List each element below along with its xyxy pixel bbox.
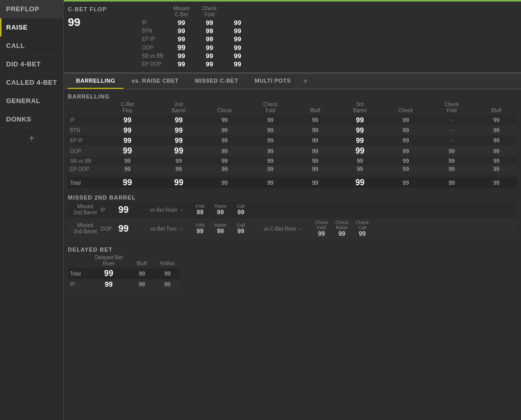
cbet-oop-v1: 99 xyxy=(167,43,195,52)
row-label-epoop: EP OOP xyxy=(68,165,101,173)
row-label-sbvsbb: SB vs BB xyxy=(68,157,101,165)
cbet-row-ip: IP 99 99 99 xyxy=(142,19,517,27)
tabs-bar: BARRELLING vs. RAISE CBET MISSED C-BET M… xyxy=(64,73,521,89)
sidebar-item-donks[interactable]: DONKS xyxy=(0,110,63,129)
barrelling-table: C-BetFlop 2ndBarrel Check CheckFold Bluf… xyxy=(68,101,517,188)
cbet-flop-section: C-BET FLOP 99 MissedC-Bet CheckFold IP 9… xyxy=(64,2,521,73)
col-cbet-flop: C-BetFlop xyxy=(101,101,155,115)
barrelling-table-wrapper: C-BetFlop 2ndBarrel Check CheckFold Bluf… xyxy=(68,101,517,188)
cbet-oop-v2: 99 xyxy=(195,44,224,52)
total-label: Total xyxy=(68,177,101,188)
cbet-btn-v2: 99 xyxy=(195,27,224,35)
tab-barrelling[interactable]: BARRELLING xyxy=(68,73,123,89)
cbet-epip-v1: 99 xyxy=(167,35,195,43)
cbet-sbvsbb-v1: 99 xyxy=(167,52,195,60)
cbet-flop-title: C-BET FLOP xyxy=(68,6,107,12)
col-check: Check xyxy=(203,101,246,115)
sidebar-item-preflop[interactable]: PREFLOP xyxy=(0,0,63,18)
row-label-btn: BTN xyxy=(68,125,101,135)
cbet-col-header-checkfold: CheckFold xyxy=(195,6,224,18)
delayed-col-pct-won: %Won xyxy=(155,254,180,268)
cbet-epoop-v1: 99 xyxy=(167,60,195,68)
barrelling-total-row: Total 99 99 99 99 99 99 99 99 99 xyxy=(68,177,517,188)
cbet-row-oop: OOP 99 99 99 xyxy=(142,43,517,52)
cbet-col-header-missed: MissedC-Bet xyxy=(167,6,195,18)
delayed-ip-row: IP 99 99 99 xyxy=(68,279,180,289)
missed-2nd-barrel-section: MISSED 2ND BARREL Missed2nd Barrel IP 99… xyxy=(64,190,521,242)
table-row: OOP 99 99 99 99 99 99 99 99 99 xyxy=(68,145,517,157)
cbet-epip-v2: 99 xyxy=(195,35,224,43)
missed-2nd-barrel-title: MISSED 2ND BARREL xyxy=(68,194,517,201)
col-2nd-barrel: 2ndBarrel xyxy=(155,101,203,115)
delayed-bet-table: Delayed BetRiver Bluff %Won Total 99 99 … xyxy=(68,254,180,289)
cbet-ip-v1: 99 xyxy=(167,19,195,27)
tab-missedcbet[interactable]: MISSED C-BET xyxy=(187,73,246,89)
col-check2: Check xyxy=(384,101,428,115)
delayed-total-label: Total xyxy=(68,268,88,279)
sidebar: PREFLOP RAISE CALL DID 4-BET CALLED 4-BE… xyxy=(0,0,64,420)
sidebar-item-call[interactable]: CALL xyxy=(0,37,63,55)
col-bluff2: Bluff xyxy=(476,101,517,115)
barrelling-title: BARRELLING xyxy=(68,93,517,100)
sidebar-item-did4bet[interactable]: DID 4-BET xyxy=(0,55,63,73)
sidebar-item-called4bet[interactable]: CALLED 4-BET xyxy=(0,73,63,92)
delayed-col-bluff: Bluff xyxy=(129,254,155,268)
cbet-row-btn: BTN 99 99 99 xyxy=(142,27,517,35)
sidebar-item-general[interactable]: GENERAL xyxy=(0,92,63,110)
col-check-fold: CheckFold xyxy=(246,101,294,115)
row-label-ip: IP xyxy=(68,115,101,125)
table-row: IP 99 99 99 99 99 99 99 -- 99 xyxy=(68,115,517,125)
cbet-sbvsbb-v3: 99 xyxy=(224,52,252,60)
cbet-oop-v3: 99 xyxy=(224,44,252,52)
table-row: BTN 99 99 99 99 99 99 99 -- 99 xyxy=(68,125,517,135)
table-row: SB vs BB 99 99 99 99 99 99 99 99 99 xyxy=(68,157,517,165)
cbet-epip-v3: 99 xyxy=(224,35,252,43)
row-label-oop: OOP xyxy=(68,145,101,157)
tab-multipots[interactable]: MULTI POTS xyxy=(246,73,299,89)
col-bluff: Bluff xyxy=(294,101,335,115)
cbet-row-epoop: EP OOP 99 99 99 xyxy=(142,60,517,68)
table-row: EP OOP 99 99 99 99 99 99 99 99 99 xyxy=(68,165,517,173)
cbet-ip-v3: 99 xyxy=(224,19,252,27)
cbet-row-epip: EP IP 99 99 99 xyxy=(142,35,517,43)
tab-add-button[interactable]: + xyxy=(299,75,312,88)
cbet-big-number: 99 xyxy=(68,16,93,29)
cbet-sbvsbb-v2: 99 xyxy=(195,52,224,60)
delayed-ip-label: IP xyxy=(68,279,88,289)
row-label-epip: EP IP xyxy=(68,135,101,145)
cbet-btn-v1: 99 xyxy=(167,27,195,35)
table-row: EP IP 99 99 99 99 99 99 99 -- 99 xyxy=(68,135,517,145)
barrelling-section: BARRELLING C-BetFlop 2ndBarrel Check Che… xyxy=(64,89,521,190)
table-row xyxy=(68,173,517,177)
cbet-ip-v2: 99 xyxy=(195,19,224,27)
cbet-epoop-v3: 99 xyxy=(224,60,252,68)
cbet-epoop-v2: 99 xyxy=(195,60,224,68)
sidebar-add-button[interactable]: + xyxy=(0,129,63,149)
delayed-bet-section: DELAYED BET Delayed BetRiver Bluff %Won … xyxy=(64,242,521,293)
sidebar-item-raise[interactable]: RAISE xyxy=(0,18,63,37)
tab-vsraisecbet[interactable]: vs. RAISE CBET xyxy=(123,73,187,89)
delayed-bet-title: DELAYED BET xyxy=(68,246,517,253)
col-3rd-barrel: 3rdBarrel xyxy=(336,101,384,115)
delayed-total-row: Total 99 99 99 xyxy=(68,268,180,279)
cbet-row-sbvsbb: SB vs BB 99 99 99 xyxy=(142,52,517,60)
main-content: C-BET FLOP 99 MissedC-Bet CheckFold IP 9… xyxy=(64,0,521,420)
col-check-fold2: CheckFold xyxy=(427,101,476,115)
delayed-col-river: Delayed BetRiver xyxy=(88,254,129,268)
cbet-btn-v3: 99 xyxy=(224,27,252,35)
